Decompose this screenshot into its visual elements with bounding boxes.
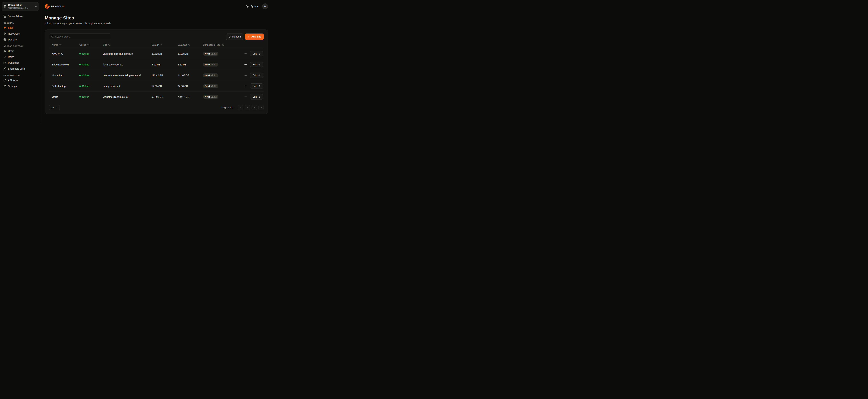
search-input[interactable] (49, 33, 111, 40)
table-row[interactable]: Edge Device 01 Online fortunate-cape-fox… (49, 59, 264, 70)
sidebar-item-roles[interactable]: Roles (2, 54, 39, 60)
site-status-cell: Online (76, 53, 100, 55)
column-header-name[interactable]: Name (49, 43, 76, 46)
sites-card: Refresh Add Site Name Online S (45, 30, 268, 114)
link-icon (3, 67, 6, 70)
previous-page-button[interactable] (245, 105, 250, 110)
row-actions-cell: Edit (238, 94, 264, 99)
sidebar-item-server-admin[interactable]: Server Admin (2, 13, 39, 19)
chevron-right-icon (253, 106, 255, 109)
data-out-cell: 34.80 GB (175, 85, 200, 88)
table-row[interactable]: Jeff's Laptop Online smug-brown-rat 12.6… (49, 81, 264, 91)
site-status-cell: Online (76, 85, 100, 88)
data-in-cell: 30.12 MB (149, 53, 175, 55)
connection-type-cell: Newt v1.3.2 (200, 63, 238, 66)
add-site-label: Add Site (251, 35, 261, 38)
sort-icon (188, 44, 190, 46)
column-header-connection-type[interactable]: Connection Type (200, 43, 238, 46)
row-menu-button[interactable] (243, 84, 248, 88)
sidebar-item-invitations[interactable]: Invitations (2, 60, 39, 66)
sidebar-item-domains[interactable]: Domains (2, 37, 39, 42)
ellipsis-icon (244, 63, 247, 66)
add-site-button[interactable]: Add Site (245, 33, 264, 40)
page-size-value: 20 (51, 106, 54, 109)
edit-button[interactable]: Edit (250, 94, 263, 99)
column-label: Connection Type (203, 43, 220, 46)
gear-icon (3, 85, 6, 88)
site-id-cell: vivacious-little-blue-penguin (100, 53, 149, 55)
org-value: milo@fossorial.io's ... (8, 7, 33, 9)
main-content: PANGOLIN System M Manage Sites Allow con… (41, 0, 272, 123)
arrow-right-icon (258, 85, 260, 87)
connection-type-version: v1.3.2 (211, 96, 217, 98)
ellipsis-icon (244, 52, 247, 55)
connection-type-badge: Newt v1.3.2 (203, 95, 218, 99)
sidebar-item-label: Server Admin (8, 15, 23, 18)
table-row[interactable]: Office Online welcome-giant-mole-rat 534… (49, 91, 264, 102)
sidebar-item-shareable-links[interactable]: Shareable Links (2, 66, 39, 71)
refresh-button[interactable]: Refresh (226, 33, 243, 40)
brand-name: PANGOLIN (51, 5, 65, 8)
chevron-down-icon (55, 106, 58, 109)
building-icon (4, 5, 6, 8)
last-page-button[interactable] (258, 105, 264, 110)
page-size-select[interactable]: 20 (49, 105, 60, 110)
sidebar-item-users[interactable]: Users (2, 48, 39, 54)
sidebar-section-general: General (3, 22, 37, 24)
row-menu-button[interactable] (243, 52, 248, 56)
avatar[interactable]: M (262, 3, 268, 9)
arrow-right-icon (258, 63, 260, 66)
ellipsis-icon (244, 74, 247, 77)
toolbar-actions: Refresh Add Site (226, 33, 264, 40)
connection-type-name: Newt (205, 96, 210, 98)
data-out-cell: 780.12 GB (175, 95, 200, 98)
pager (238, 105, 264, 110)
site-name-cell: Office (49, 95, 76, 98)
sidebar-item-label: Domains (8, 38, 18, 41)
connection-type-name: Newt (205, 85, 210, 87)
edit-button[interactable]: Edit (250, 51, 263, 56)
column-header-data-in[interactable]: Data In (149, 43, 175, 46)
edit-button[interactable]: Edit (250, 83, 263, 89)
ellipsis-icon (244, 85, 247, 88)
column-header-data-out[interactable]: Data Out (175, 43, 200, 46)
row-menu-button[interactable] (243, 73, 248, 78)
edit-button[interactable]: Edit (250, 72, 263, 78)
edit-label: Edit (253, 95, 256, 98)
column-header-site[interactable]: Site (100, 43, 149, 46)
data-in-cell: 112.42 GB (149, 74, 175, 77)
moon-icon (246, 5, 249, 8)
brand: PANGOLIN (45, 4, 65, 9)
sidebar-item-api-keys[interactable]: API Keys (2, 78, 39, 83)
org-texts: Organization milo@fossorial.io's ... (8, 4, 33, 9)
data-out-cell: 3.20 MB (175, 63, 200, 66)
connection-type-badge: Newt v1.3.2 (203, 52, 218, 56)
edit-label: Edit (253, 85, 256, 87)
sidebar-item-sites[interactable]: Sites (2, 25, 39, 31)
sidebar-item-settings[interactable]: Settings (2, 83, 39, 89)
arrow-right-icon (258, 53, 260, 55)
sidebar-scrollbar-thumb[interactable] (41, 73, 41, 77)
row-actions-cell: Edit (238, 83, 264, 89)
edit-label: Edit (253, 53, 256, 55)
table-row[interactable]: Home Lab Online dead-san-joaquin-antelop… (49, 70, 264, 81)
connection-type-name: Newt (205, 53, 210, 55)
sidebar-item-resources[interactable]: Resources (2, 31, 39, 36)
edit-button[interactable]: Edit (250, 62, 263, 67)
sort-icon (59, 44, 62, 46)
org-selector[interactable]: Organization milo@fossorial.io's ... (2, 2, 39, 11)
first-page-button[interactable] (238, 105, 243, 110)
table-row[interactable]: AWS VPC Online vivacious-little-blue-pen… (49, 48, 264, 59)
sites-table: Name Online Site Data In Data Out (49, 42, 264, 102)
row-actions-cell: Edit (238, 72, 264, 78)
row-menu-button[interactable] (243, 62, 248, 67)
column-header-online[interactable]: Online (76, 43, 100, 46)
next-page-button[interactable] (252, 105, 257, 110)
pangolin-logo-icon (45, 4, 50, 9)
online-status-label: Online (82, 85, 89, 88)
site-name-cell: AWS VPC (49, 53, 76, 55)
theme-toggle-button[interactable]: System (246, 5, 258, 8)
row-menu-button[interactable] (243, 95, 248, 99)
sidebar-item-label: Invitations (8, 61, 19, 64)
refresh-icon (228, 35, 231, 38)
